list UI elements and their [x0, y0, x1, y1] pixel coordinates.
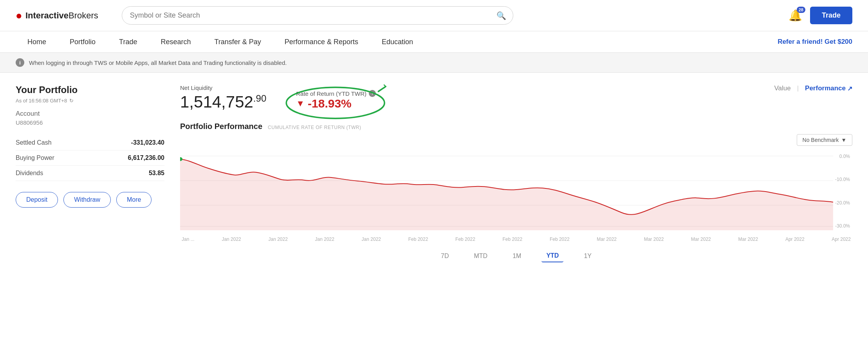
y-label-3: -30.0%: [835, 223, 852, 229]
nav-item-education[interactable]: Education: [370, 31, 425, 53]
search-bar[interactable]: 🔍: [122, 6, 513, 25]
more-button[interactable]: More: [116, 192, 152, 208]
net-liquidity-value: 1,514,752.90: [180, 93, 266, 111]
ror-section: Rate of Return (YTD TWR) i ▼ -18.93%: [290, 84, 385, 114]
x-label-12: Mar 2022: [738, 237, 758, 242]
view-value-button[interactable]: Value: [774, 84, 790, 92]
net-liquidity-label: Net Liquidity: [180, 84, 266, 91]
nav-item-transfer-pay[interactable]: Transfer & Pay: [202, 31, 272, 53]
action-buttons: Deposit Withdraw More: [16, 192, 164, 208]
portfolio-title: Your Portfolio: [16, 84, 78, 95]
net-liq-cents: .90: [253, 93, 266, 104]
referral-link[interactable]: Refer a friend! Get $200: [778, 38, 852, 46]
logo: ● InteractiveBrokers: [16, 9, 98, 22]
search-input[interactable]: [122, 6, 513, 25]
dividends-value: 53.85: [149, 170, 164, 177]
x-label-1: Jan 2022: [222, 237, 241, 242]
portfolio-meta: As of 16:56:08 GMT+8 ↻: [16, 98, 164, 104]
external-link-icon: ↗: [847, 85, 852, 92]
refresh-icon[interactable]: ↻: [69, 98, 74, 104]
main-content: Your Portfolio As of 16:56:08 GMT+8 ↻ Ac…: [0, 73, 868, 274]
header: ● InteractiveBrokers 🔍 🔔 28 Trade: [0, 0, 868, 31]
y-axis-labels: 0.0% -10.0% -20.0% -30.0%: [835, 152, 852, 230]
dividends-label: Dividends: [16, 170, 43, 177]
chart-panel: Net Liquidity 1,514,752.90 Rate of Retur…: [180, 84, 852, 262]
header-right: 🔔 28 Trade: [789, 7, 852, 24]
nav-item-home[interactable]: Home: [16, 31, 58, 53]
view-toggle: Value | Performance ↗: [774, 84, 852, 92]
deposit-button[interactable]: Deposit: [16, 192, 58, 208]
y-label-0: 0.0%: [835, 154, 852, 159]
logo-text: InteractiveBrokers: [25, 11, 98, 21]
notification-badge: 28: [797, 7, 805, 13]
portfolio-title-row: Your Portfolio: [16, 84, 164, 95]
view-performance-button[interactable]: Performance ↗: [805, 84, 852, 92]
chart-container: 0.0% -10.0% -20.0% -30.0%: [180, 152, 852, 230]
ror-number: -18.93%: [308, 97, 352, 110]
perf-subtitle: CUMULATIVE RATE OF RETURN (TWR): [268, 125, 361, 130]
ror-label: Rate of Return (YTD TWR) i: [296, 90, 376, 97]
net-liq-main: 1,514,752: [180, 93, 253, 111]
x-label-2: Jan 2022: [268, 237, 287, 242]
notification-bell[interactable]: 🔔 28: [789, 9, 802, 22]
x-label-8: Feb 2022: [550, 237, 570, 242]
alert-bar: i When logging in through TWS or Mobile …: [0, 53, 868, 73]
portfolio-panel: Your Portfolio As of 16:56:08 GMT+8 ↻ Ac…: [16, 84, 164, 262]
x-label-5: Feb 2022: [408, 237, 428, 242]
account-label: Account: [16, 110, 164, 118]
range-ytd[interactable]: YTD: [541, 250, 563, 262]
settled-cash-value: -331,023.40: [131, 139, 164, 146]
view-divider: |: [797, 84, 799, 92]
withdraw-button[interactable]: Withdraw: [63, 192, 111, 208]
y-label-2: -20.0%: [835, 200, 852, 206]
trade-button[interactable]: Trade: [810, 7, 852, 24]
range-7d[interactable]: 7D: [436, 250, 453, 262]
time-range-selector: 7D MTD 1M YTD 1Y: [180, 250, 852, 262]
x-label-13: Apr 2022: [785, 237, 805, 242]
benchmark-label: No Benchmark: [803, 137, 839, 143]
search-icon: 🔍: [496, 11, 506, 20]
x-label-10: Mar 2022: [644, 237, 664, 242]
nav-item-research[interactable]: Research: [149, 31, 202, 53]
x-label-14: Apr 2022: [832, 237, 851, 242]
x-label-0: Jan ...: [182, 237, 195, 242]
buying-power-label: Buying Power: [16, 154, 54, 161]
ror-down-arrow: ▼: [296, 99, 305, 109]
net-liquidity-section: Net Liquidity 1,514,752.90: [180, 84, 266, 111]
buying-power-value: 6,617,236.00: [128, 154, 164, 161]
chart-top: Net Liquidity 1,514,752.90 Rate of Retur…: [180, 84, 852, 114]
x-axis-labels: Jan ... Jan 2022 Jan 2022 Jan 2022 Jan 2…: [180, 237, 852, 242]
stat-row-buying-power: Buying Power 6,617,236.00: [16, 151, 164, 166]
y-label-1: -10.0%: [835, 177, 852, 182]
x-label-9: Mar 2022: [597, 237, 617, 242]
benchmark-selector[interactable]: No Benchmark ▼: [797, 134, 852, 146]
perf-title: Portfolio Performance: [180, 122, 262, 131]
nav-item-portfolio[interactable]: Portfolio: [58, 31, 107, 53]
stat-row-settled-cash: Settled Cash -331,023.40: [16, 135, 164, 151]
logo-icon: ●: [16, 9, 22, 22]
svg-line-1: [379, 86, 386, 91]
main-nav: Home Portfolio Trade Research Transfer &…: [0, 31, 868, 53]
nav-item-performance-reports[interactable]: Performance & Reports: [273, 31, 370, 53]
x-label-6: Feb 2022: [455, 237, 475, 242]
info-icon: i: [16, 58, 24, 67]
stat-row-dividends: Dividends 53.85: [16, 166, 164, 181]
account-number: U8806956: [16, 119, 164, 126]
nav-item-trade[interactable]: Trade: [107, 31, 149, 53]
ror-value: ▼ -18.93%: [296, 97, 376, 110]
benchmark-row: No Benchmark ▼: [180, 134, 852, 146]
performance-chart-svg: [180, 152, 852, 230]
x-label-4: Jan 2022: [362, 237, 381, 242]
settled-cash-label: Settled Cash: [16, 139, 52, 146]
range-1y[interactable]: 1Y: [579, 250, 596, 262]
x-label-11: Mar 2022: [691, 237, 711, 242]
performance-heading: Portfolio Performance CUMULATIVE RATE OF…: [180, 122, 852, 131]
portfolio-timestamp: As of 16:56:08 GMT+8: [16, 98, 67, 104]
range-1m[interactable]: 1M: [508, 250, 526, 262]
range-mtd[interactable]: MTD: [469, 250, 492, 262]
x-label-3: Jan 2022: [315, 237, 334, 242]
chevron-down-icon: ▼: [841, 137, 846, 143]
alert-message: When logging in through TWS or Mobile Ap…: [29, 59, 287, 66]
x-label-7: Feb 2022: [503, 237, 523, 242]
ror-info-icon[interactable]: i: [369, 90, 376, 97]
